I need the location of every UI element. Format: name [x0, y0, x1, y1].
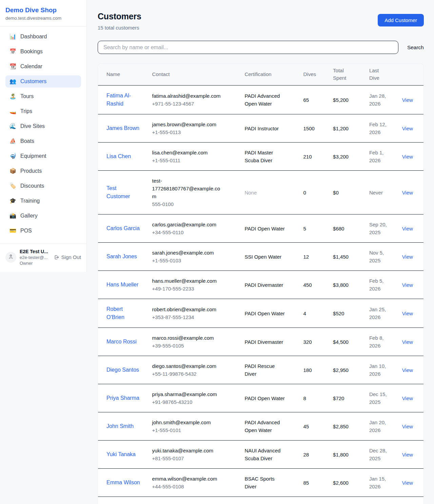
shop-name: Demo Dive Shop	[5, 6, 81, 14]
table-row: Keiko Yamamoto keiko.yamamoto@example.co…	[98, 497, 423, 504]
user-info: E2E Test U... e2e-tester@... Owner	[20, 249, 51, 266]
view-customer-link[interactable]: View	[402, 254, 413, 260]
customer-phone: +34-555-0110	[152, 228, 237, 236]
certification-label: PADI Rescue Diver	[244, 362, 286, 378]
view-customer-link[interactable]: View	[402, 424, 413, 429]
last-dive-date: Sep 20, 2025	[369, 221, 389, 236]
table-header-row: NameContactCertificationDivesTotal Spent…	[98, 63, 423, 86]
customer-phone: +91-98765-43210	[152, 398, 237, 406]
customer-email: test-1772681807767@example.com	[152, 177, 224, 200]
customer-name-link[interactable]: Priya Sharma	[106, 394, 139, 402]
dive-sites-icon: 🌊	[9, 123, 16, 130]
customer-name-link[interactable]: Marco Rossi	[106, 338, 137, 346]
customer-email: carlos.garcia@example.com	[152, 221, 224, 228]
view-customer-link[interactable]: View	[402, 395, 413, 401]
sidebar-item-discounts[interactable]: 🏷️ Discounts	[5, 180, 81, 192]
customer-name-link[interactable]: John Smith	[106, 422, 134, 430]
table-row: Yuki Tanaka yuki.tanaka@example.com +81-…	[98, 441, 423, 469]
sidebar-item-boats[interactable]: ⛵ Boats	[5, 135, 81, 147]
customer-email: emma.wilson@example.com	[152, 475, 224, 483]
view-customer-link[interactable]: View	[402, 480, 413, 486]
last-dive-date: Dec 15, 2025	[369, 390, 389, 406]
search-input[interactable]	[98, 41, 398, 54]
customer-name-link[interactable]: Hans Mueller	[106, 281, 138, 289]
last-dive-date: Nov 5, 2025	[369, 249, 389, 264]
sidebar-item-equipment[interactable]: 🤿 Equipment	[5, 150, 81, 162]
discounts-icon: 🏷️	[9, 183, 16, 189]
sidebar-item-calendar[interactable]: 📆 Calendar	[5, 60, 81, 73]
view-customer-link[interactable]: View	[402, 154, 413, 160]
customer-name-link[interactable]: Carlos Garcia	[106, 224, 140, 232]
dives-count: 8	[303, 395, 306, 401]
sidebar-item-trips[interactable]: 🚤 Trips	[5, 105, 81, 117]
last-dive-date: Dec 28, 2025	[369, 447, 389, 462]
shop-header: Demo Dive Shop demo.test.divestreams.com	[0, 0, 86, 26]
sidebar-item-dashboard[interactable]: 📊 Dashboard	[5, 31, 81, 43]
customer-phone: +39-555-0105	[152, 342, 237, 350]
view-customer-link[interactable]: View	[402, 97, 413, 103]
tours-icon: 🏝️	[9, 93, 16, 100]
table-row: Diego Santos diego.santos@example.com +5…	[98, 356, 423, 384]
certification-label: PADI Instructor	[244, 125, 279, 132]
customer-name-link[interactable]: James Brown	[106, 124, 139, 132]
view-customer-link[interactable]: View	[402, 452, 413, 458]
sidebar-item-pos[interactable]: 💳 POS	[5, 225, 81, 237]
sidebar-item-label: Training	[20, 198, 40, 204]
certification-label: PADI Open Water	[244, 310, 284, 317]
last-dive-date: Jan 15, 2026	[369, 475, 389, 490]
customer-name-link[interactable]: Robert O'Brien	[106, 305, 140, 321]
dives-count: 12	[303, 254, 309, 260]
sidebar-item-tours[interactable]: 🏝️ Tours	[5, 90, 81, 102]
bookings-icon: 📅	[9, 48, 16, 55]
sidebar-item-products[interactable]: 📦 Products	[5, 165, 81, 177]
dives-count: 0	[303, 190, 306, 195]
column-header-dives: Dives	[299, 63, 329, 86]
view-customer-link[interactable]: View	[402, 367, 413, 373]
sidebar-item-dive-sites[interactable]: 🌊 Dive Sites	[5, 120, 81, 132]
gallery-icon: 📸	[9, 212, 16, 219]
table-row: Robert O'Brien robert.obrien@example.com…	[98, 299, 423, 328]
certification-label: PADI Advanced Open Water	[244, 418, 286, 434]
search-button[interactable]: Search	[398, 42, 424, 53]
total-spent: $3,200	[333, 154, 349, 160]
customer-name-link[interactable]: Test Customer	[106, 184, 140, 201]
shop-domain: demo.test.divestreams.com	[5, 16, 81, 21]
view-customer-link[interactable]: View	[402, 282, 413, 288]
sidebar-item-customers[interactable]: 👥 Customers	[5, 75, 81, 88]
sidebar-item-label: Boats	[20, 138, 34, 145]
view-customer-link[interactable]: View	[402, 126, 413, 131]
view-customer-link[interactable]: View	[402, 226, 413, 231]
pos-icon: 💳	[9, 227, 16, 234]
customer-phone: +1-555-0113	[152, 128, 237, 136]
customer-email: hans.mueller@example.com	[152, 277, 224, 285]
view-customer-link[interactable]: View	[402, 339, 413, 345]
customer-name-link[interactable]: Diego Santos	[106, 366, 139, 374]
customers-table-card: NameContactCertificationDivesTotal Spent…	[98, 63, 424, 504]
view-customer-link[interactable]: View	[402, 190, 413, 195]
certification-label: PADI Advanced Open Water	[244, 92, 286, 108]
sidebar-item-training[interactable]: 🎓 Training	[5, 195, 81, 207]
total-spent: $2,850	[333, 424, 349, 429]
add-customer-button[interactable]: Add Customer	[378, 14, 424, 26]
sidebar-item-gallery[interactable]: 📸 Gallery	[5, 210, 81, 222]
column-header-last-dive: Last Dive	[365, 63, 398, 86]
certification-label: NAUI Advanced Scuba Diver	[244, 447, 286, 462]
sign-out-button[interactable]: Sign Out	[54, 254, 81, 260]
last-dive-date: Jan 28, 2026	[369, 92, 389, 108]
table-row: John Smith john.smith@example.com +1-555…	[98, 412, 423, 441]
customer-name-link[interactable]: Emma Wilson	[106, 479, 140, 487]
customer-name-link[interactable]: Fatima Al-Rashid	[106, 92, 140, 108]
customer-name-link[interactable]: Yuki Tanaka	[106, 450, 136, 459]
equipment-icon: 🤿	[9, 153, 16, 160]
sidebar-item-label: Calendar	[20, 63, 42, 70]
view-customer-link[interactable]: View	[402, 311, 413, 316]
sidebar-item-bookings[interactable]: 📅 Bookings	[5, 45, 81, 58]
customer-name-link[interactable]: Lisa Chen	[106, 152, 131, 161]
customer-name-link[interactable]: Sarah Jones	[106, 253, 137, 261]
user-avatar	[5, 252, 16, 263]
table-row: Sarah Jones sarah.jones@example.com +1-5…	[98, 243, 423, 271]
certification-label: PADI Divemaster	[244, 338, 283, 346]
dives-count: 5	[303, 226, 306, 231]
user-role: Owner	[20, 261, 51, 266]
sidebar: Demo Dive Shop demo.test.divestreams.com…	[0, 0, 87, 272]
